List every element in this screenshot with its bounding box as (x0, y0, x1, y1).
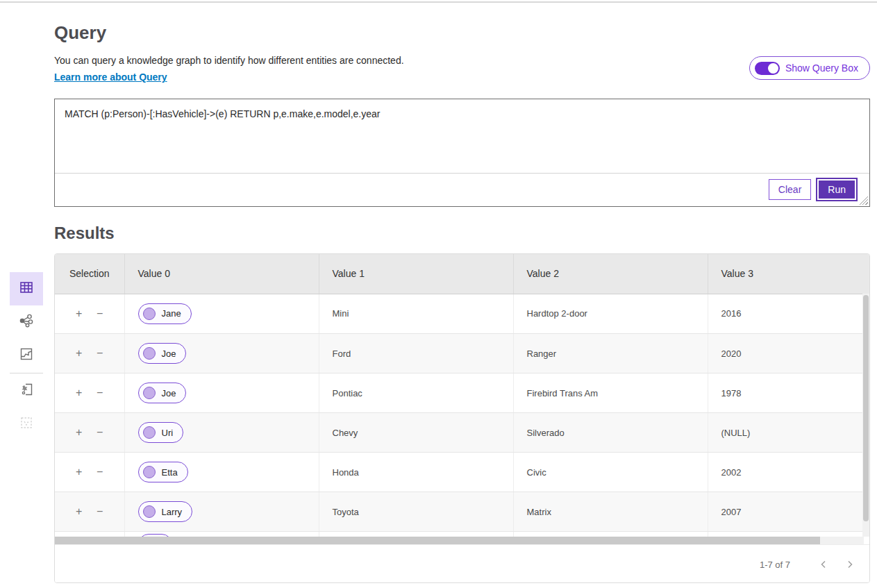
entity-name: Etta (162, 467, 178, 478)
entity-pill[interactable]: Larry (138, 501, 193, 522)
toggle-knob (768, 63, 778, 74)
year-cell: (NULL) (708, 413, 869, 453)
link-chart-view-button[interactable] (10, 305, 43, 339)
selection-cell: +− (55, 453, 124, 492)
column-header-value2: Value 2 (513, 254, 708, 294)
entity-pill[interactable]: Etta (138, 462, 188, 482)
horizontal-scrollbar[interactable] (55, 537, 864, 544)
year-cell: 2007 (708, 492, 869, 532)
entity-cell: Joe (124, 373, 319, 413)
entity-pill[interactable]: Uri (138, 422, 184, 443)
table-body-viewport: +− Jane Mini Hardtop 2-door 2016 +− Joe … (55, 294, 869, 544)
toggle-label: Show Query Box (785, 62, 858, 74)
add-to-selection-button[interactable]: + (73, 426, 85, 439)
horizontal-scrollbar-thumb[interactable] (55, 537, 820, 544)
model-cell: Matrix (513, 492, 708, 532)
entity-node-icon (143, 347, 156, 360)
entity-node-icon (143, 387, 156, 399)
table-row: +− Jane Mini Hardtop 2-door 2016 (55, 294, 869, 334)
entity-node-icon (143, 308, 156, 320)
table-view-icon (19, 280, 34, 298)
results-card: Selection Value 0 Value 1 Value 2 Value … (54, 253, 870, 583)
selection-cell: +− (55, 492, 124, 532)
entity-cell: Larry (124, 492, 319, 532)
run-button[interactable]: Run (817, 179, 856, 200)
remove-from-selection-button[interactable]: − (94, 505, 106, 518)
pagination-label: 1-7 of 7 (760, 560, 790, 570)
add-to-selection-button[interactable]: + (73, 308, 85, 320)
column-header-selection: Selection (55, 254, 124, 294)
pagination-bar: 1-7 of 7 (55, 544, 870, 583)
vertical-scrollbar[interactable] (862, 294, 869, 537)
model-cell: Silverado (513, 413, 708, 453)
entity-name: Jane (162, 308, 181, 319)
top-divider (0, 1, 877, 3)
page-title: Query (54, 22, 106, 44)
query-input[interactable]: MATCH (p:Person)-[:HasVehicle]->(e) RETU… (55, 99, 869, 174)
add-to-selection-button[interactable]: + (73, 505, 85, 518)
selection-cell: +− (55, 373, 124, 413)
entity-name: Larry (162, 507, 183, 517)
entity-cell: Etta (124, 453, 319, 492)
vertical-scrollbar-thumb[interactable] (863, 295, 869, 521)
clear-button[interactable]: Clear (769, 179, 811, 200)
column-header-value1: Value 1 (319, 254, 513, 294)
map-view-button[interactable] (10, 339, 43, 372)
learn-more-link[interactable]: Learn more about Query (54, 72, 167, 83)
entity-name: Uri (162, 428, 174, 438)
add-to-selection-button[interactable]: + (73, 347, 85, 360)
entity-cell: Jane (124, 294, 319, 334)
view-rail (10, 272, 43, 441)
make-cell: Mini (319, 294, 513, 334)
results-title: Results (54, 224, 115, 243)
make-cell: Ford (319, 334, 513, 373)
entity-node-icon (143, 505, 156, 518)
selection-cell: +− (55, 413, 124, 453)
model-cell: Firebird Trans Am (513, 373, 708, 413)
results-table-body: +− Jane Mini Hardtop 2-door 2016 +− Joe … (55, 294, 869, 544)
table-row: +− Joe Pontiac Firebird Trans Am 1978 (55, 373, 869, 413)
remove-from-selection-button[interactable]: − (94, 466, 106, 478)
column-header-value3: Value 3 (708, 254, 870, 294)
year-cell: 2016 (708, 294, 869, 334)
table-row: +− Etta Honda Civic 2002 (55, 453, 869, 492)
year-cell: 2020 (708, 334, 869, 373)
model-cell: Hardtop 2-door (513, 294, 708, 334)
entity-pill[interactable]: Joe (138, 383, 187, 403)
remove-from-selection-button[interactable]: − (94, 387, 106, 399)
map-view-icon (19, 346, 34, 364)
year-cell: 1978 (708, 373, 869, 413)
entity-pill[interactable]: Jane (138, 303, 192, 324)
table-row: +− Larry Toyota Matrix 2007 (55, 492, 869, 532)
remove-from-selection-button[interactable]: − (94, 426, 106, 439)
make-cell: Chevy (319, 413, 513, 453)
show-query-box-toggle[interactable]: Show Query Box (749, 56, 870, 80)
selection-cell: +− (55, 334, 124, 373)
query-page: Query You can query a knowledge graph to… (0, 0, 877, 588)
query-panel: MATCH (p:Person)-[:HasVehicle]->(e) RETU… (54, 99, 870, 207)
results-table: Selection Value 0 Value 1 Value 2 Value … (55, 254, 870, 294)
selection-cell: +− (55, 294, 124, 334)
add-to-map-icon (19, 382, 34, 400)
pagination-prev-button[interactable] (815, 556, 832, 573)
table-view-button[interactable] (10, 272, 43, 305)
year-cell: 2002 (708, 453, 869, 492)
pagination-next-button[interactable] (842, 556, 858, 573)
entity-node-icon (143, 426, 156, 439)
add-to-selection-button[interactable]: + (73, 387, 85, 399)
remove-from-selection-button[interactable]: − (94, 308, 106, 320)
page-description: You can query a knowledge graph to ident… (54, 55, 404, 66)
entity-pill[interactable]: Joe (138, 343, 187, 364)
entity-cell: Uri (124, 413, 319, 453)
rail-divider (10, 373, 43, 373)
add-to-selection-button[interactable]: + (73, 466, 85, 478)
query-footer: Clear Run (55, 174, 869, 205)
remove-from-selection-button[interactable]: − (94, 347, 106, 360)
table-row: +− Uri Chevy Silverado (NULL) (55, 413, 869, 453)
model-cell: Civic (513, 453, 708, 492)
toggle-switch-icon[interactable] (755, 62, 780, 75)
make-cell: Honda (319, 453, 513, 492)
add-to-map-button[interactable] (10, 374, 43, 408)
entity-node-icon (143, 466, 156, 478)
table-row: +− Joe Ford Ranger 2020 (55, 334, 869, 373)
